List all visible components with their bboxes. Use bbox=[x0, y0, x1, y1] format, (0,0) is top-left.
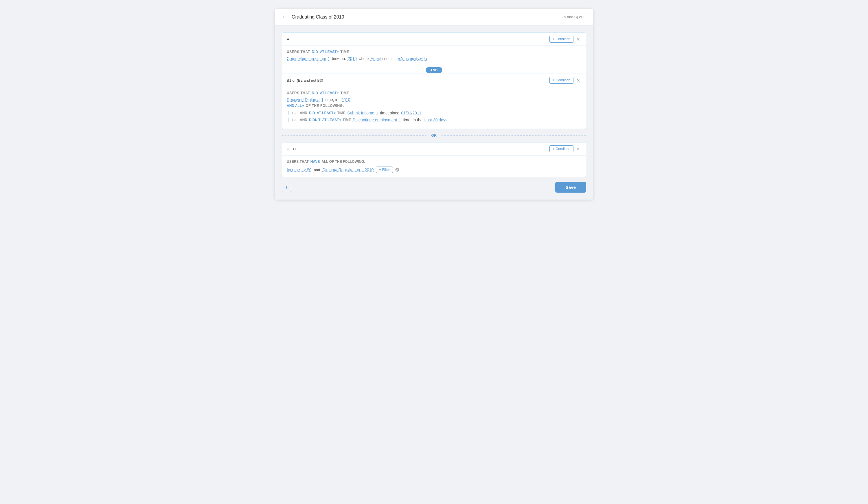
time-label-a: TIME bbox=[340, 50, 349, 54]
chevron-b2: ▾ bbox=[334, 111, 335, 115]
group-a-label: A bbox=[287, 37, 289, 41]
users-that-label: USERS THAT bbox=[287, 50, 310, 54]
event-year-b[interactable]: 2010 bbox=[341, 97, 350, 102]
chevron-down-icon-all: ▾ bbox=[302, 104, 304, 108]
filter-row: Income => $0 and Diploma Registration = … bbox=[287, 167, 581, 173]
and-all-dropdown[interactable]: AND ALL ▾ bbox=[287, 104, 304, 108]
date-b3[interactable]: Last 30 days bbox=[424, 118, 447, 122]
group-b-label: B1 or (B2 and not B3) bbox=[287, 78, 323, 82]
did-label-b: DID bbox=[312, 91, 318, 95]
back-button[interactable]: ← bbox=[282, 14, 287, 20]
group-b-add-condition[interactable]: + Condition bbox=[549, 77, 574, 84]
group-b-close[interactable]: ✕ bbox=[575, 78, 581, 83]
main-content: A + Condition ✕ USERS THAT DID AT LEAST … bbox=[275, 26, 593, 200]
chevron-down-icon: ▾ bbox=[337, 50, 339, 53]
group-c-label-area: ≡ C bbox=[287, 147, 296, 151]
and-pill: AND bbox=[426, 67, 442, 73]
group-c-label: C bbox=[293, 147, 296, 151]
sub-row-b3: B3 AND DIDN'T AT LEAST ▾ TIME Discontinu… bbox=[288, 118, 581, 122]
have-label: HAVE bbox=[310, 160, 320, 164]
event-count-b[interactable]: 1 bbox=[321, 97, 324, 102]
event-time-text-b: time, in: bbox=[325, 97, 339, 102]
count-b2[interactable]: 1 bbox=[376, 111, 379, 115]
all-following-row: USERS THAT HAVE ALL OF THE FOLLOWING: bbox=[287, 160, 581, 164]
sub-row-b2: B2 AND DID AT LEAST ▾ TIME Submit Income… bbox=[288, 111, 581, 115]
date-b2[interactable]: 01/01/2011 bbox=[401, 111, 421, 115]
sub-label-b2: B2 bbox=[292, 111, 298, 115]
group-a-header: A + Condition ✕ bbox=[282, 33, 586, 46]
and-divider-ab: AND bbox=[282, 67, 586, 73]
of-following-label: OF THE FOLLOWING: bbox=[306, 104, 344, 108]
group-a-condition: USERS THAT DID AT LEAST ▾ TIME Completed… bbox=[282, 46, 586, 67]
circle-x-icon bbox=[395, 168, 399, 172]
sub-label-b3: B3 bbox=[292, 118, 298, 122]
sub-conditions: AND ALL ▾ OF THE FOLLOWING: B2 AND DID A… bbox=[287, 104, 581, 122]
remove-filter-button[interactable] bbox=[395, 168, 399, 172]
event-name-a[interactable]: Completed curriculum bbox=[287, 56, 326, 61]
group-a-actions: + Condition ✕ bbox=[549, 36, 581, 43]
page-title: Graduating Class of 2010 bbox=[292, 14, 562, 20]
at-least-dropdown[interactable]: AT LEAST ▾ bbox=[320, 50, 339, 54]
at-least-b3[interactable]: AT LEAST ▾ bbox=[322, 118, 341, 122]
event-value-a[interactable]: @university.edu bbox=[398, 56, 427, 61]
sub-didnt-b3: DIDN'T bbox=[309, 118, 321, 122]
event-property-a[interactable]: Email bbox=[371, 56, 381, 61]
and-all-row: AND ALL ▾ OF THE FOLLOWING: bbox=[287, 104, 581, 108]
timetext-b2: time, since bbox=[380, 111, 399, 115]
group-b-actions: + Condition ✕ bbox=[549, 77, 581, 84]
add-group-button[interactable]: + bbox=[282, 183, 291, 192]
bottom-bar: + Save bbox=[282, 182, 586, 193]
group-c-actions: + Condition ✕ bbox=[549, 145, 581, 152]
timetext-b3: time, in the bbox=[403, 118, 422, 122]
event-where-label: where bbox=[359, 57, 369, 61]
users-that-label-c: USERS THAT bbox=[287, 160, 309, 164]
chevron-b3: ▾ bbox=[339, 119, 341, 122]
time-label-b: TIME bbox=[340, 91, 349, 95]
group-b-condition: USERS THAT DID AT LEAST ▾ TIME Received … bbox=[282, 87, 586, 129]
save-button[interactable]: Save bbox=[555, 182, 586, 193]
page-header: ← Graduating Class of 2010 (A and B) or … bbox=[275, 9, 593, 26]
or-line-left bbox=[282, 135, 426, 136]
sub-did-b2: DID bbox=[309, 111, 315, 115]
or-label: OR bbox=[426, 133, 441, 138]
sub-and-b3: AND bbox=[300, 118, 307, 122]
event-time-text-a: time, in: bbox=[332, 56, 346, 61]
group-b-event-row: Received Diploma 1 time, in: 2010 bbox=[287, 97, 581, 102]
group-a-add-condition[interactable]: + Condition bbox=[549, 36, 574, 43]
drag-handle-c[interactable]: ≡ bbox=[287, 147, 289, 151]
group-a-users-row: USERS THAT DID AT LEAST ▾ TIME bbox=[287, 50, 581, 54]
group-a-event-row: Completed curriculum 1 time, in: 2010 wh… bbox=[287, 56, 581, 61]
event-count-a[interactable]: 1 bbox=[328, 56, 330, 61]
group-c-header: ≡ C + Condition ✕ bbox=[282, 142, 586, 155]
group-c-condition: USERS THAT HAVE ALL OF THE FOLLOWING: In… bbox=[282, 155, 586, 177]
group-a-close[interactable]: ✕ bbox=[575, 37, 581, 42]
add-filter-button[interactable]: + Filter bbox=[376, 167, 393, 173]
at-least-dropdown-b[interactable]: AT LEAST ▾ bbox=[320, 91, 339, 95]
event-name-b[interactable]: Received Diploma bbox=[287, 97, 320, 102]
filter-and: and bbox=[314, 168, 320, 172]
group-b: B1 or (B2 and not B3) + Condition ✕ USER… bbox=[282, 73, 586, 129]
event-year-a[interactable]: 2010 bbox=[348, 56, 357, 61]
or-divider: OR bbox=[282, 133, 586, 138]
time-b3: TIME bbox=[343, 118, 351, 122]
event-b2[interactable]: Submit Income bbox=[347, 111, 374, 115]
at-least-b2[interactable]: AT LEAST ▾ bbox=[317, 111, 335, 115]
group-c: ≡ C + Condition ✕ USERS THAT HAVE ALL OF… bbox=[282, 142, 586, 177]
count-b3[interactable]: 1 bbox=[399, 118, 401, 122]
did-label: DID bbox=[312, 50, 318, 54]
logic-formula: (A and B) or C bbox=[562, 15, 586, 19]
sub-and-b2: AND bbox=[300, 111, 307, 115]
chevron-down-icon-b: ▾ bbox=[337, 92, 339, 95]
filter-diploma[interactable]: Diploma Registration = 2010 bbox=[322, 168, 373, 172]
group-a: A + Condition ✕ USERS THAT DID AT LEAST … bbox=[282, 32, 586, 129]
group-b-header: B1 or (B2 and not B3) + Condition ✕ bbox=[282, 74, 586, 87]
group-c-add-condition[interactable]: + Condition bbox=[549, 145, 574, 152]
app-container: ← Graduating Class of 2010 (A and B) or … bbox=[275, 9, 593, 200]
event-contains-a: contains bbox=[382, 57, 396, 61]
time-b2: TIME bbox=[337, 111, 345, 115]
users-that-label-b: USERS THAT bbox=[287, 91, 310, 95]
filter-income[interactable]: Income => $0 bbox=[287, 168, 312, 172]
group-c-close[interactable]: ✕ bbox=[575, 146, 581, 152]
group-b-users-row: USERS THAT DID AT LEAST ▾ TIME bbox=[287, 91, 581, 95]
event-b3[interactable]: Discontinue employment bbox=[353, 118, 397, 122]
